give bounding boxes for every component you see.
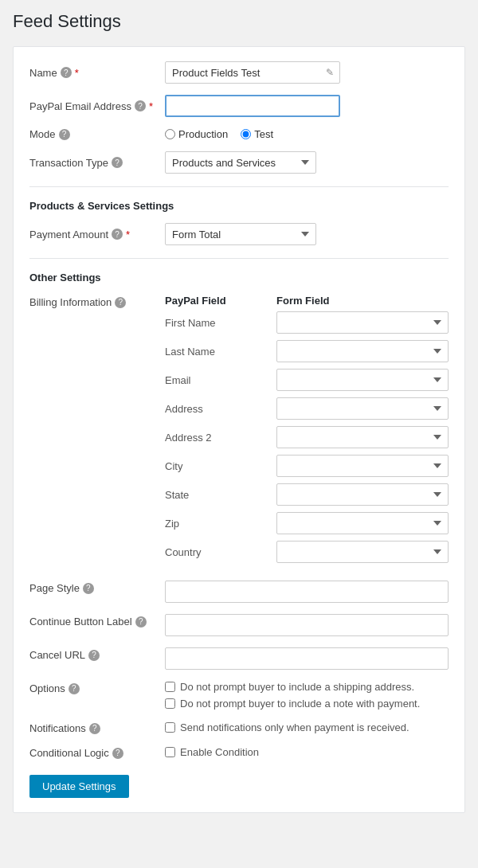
billing-row-address: Address bbox=[165, 397, 449, 420]
options-row: Options ? Do not prompt buyer to include… bbox=[29, 681, 449, 710]
billing-lastname-label: Last Name bbox=[165, 346, 276, 358]
billing-zip-label: Zip bbox=[165, 518, 276, 530]
other-settings-heading: Other Settings bbox=[29, 272, 449, 283]
continue-button-help-icon[interactable]: ? bbox=[135, 616, 147, 628]
billing-info-block: PayPal Field Form Field First Name Last … bbox=[165, 295, 449, 569]
billing-paypal-col-header: PayPal Field bbox=[165, 295, 276, 307]
notifications-row: Notifications ? Send notifications only … bbox=[29, 721, 449, 734]
payment-amount-label: Payment Amount ? * bbox=[29, 229, 165, 240]
billing-row-lastname: Last Name bbox=[165, 340, 449, 362]
billing-email-label: Email bbox=[165, 374, 276, 386]
paypal-email-input[interactable] bbox=[165, 95, 340, 117]
options-help-icon[interactable]: ? bbox=[69, 683, 80, 694]
billing-info-row: Billing Information ? PayPal Field Form … bbox=[29, 295, 449, 569]
billing-zip-select[interactable] bbox=[276, 512, 449, 534]
mode-test-radio[interactable] bbox=[241, 129, 251, 139]
page-style-help-icon[interactable]: ? bbox=[83, 583, 94, 594]
enable-condition-checkbox[interactable] bbox=[165, 747, 175, 757]
page-style-row: Page Style ? bbox=[29, 581, 449, 603]
billing-row-zip: Zip bbox=[165, 512, 449, 534]
billing-email-select[interactable] bbox=[276, 369, 449, 391]
transaction-type-select[interactable]: Products and Services bbox=[165, 151, 316, 174]
cancel-url-label: Cancel URL ? bbox=[29, 647, 165, 661]
update-settings-button[interactable]: Update Settings bbox=[29, 775, 129, 798]
transaction-type-help-icon[interactable]: ? bbox=[112, 157, 123, 168]
billing-row-city: City bbox=[165, 455, 449, 477]
billing-firstname-select[interactable] bbox=[276, 311, 449, 334]
name-label: Name ? * bbox=[29, 67, 165, 79]
options-checkboxes: Do not prompt buyer to include a shippin… bbox=[165, 681, 449, 710]
options-label: Options ? bbox=[29, 681, 165, 694]
billing-row-state: State bbox=[165, 483, 449, 506]
products-services-heading: Products & Services Settings bbox=[29, 200, 449, 212]
conditional-logic-label: Conditional Logic ? bbox=[29, 745, 165, 759]
billing-info-label: Billing Information ? bbox=[29, 295, 165, 308]
notifications-help-icon[interactable]: ? bbox=[89, 723, 100, 734]
conditional-logic-row: Conditional Logic ? Enable Condition bbox=[29, 745, 449, 759]
notifications-checkbox[interactable] bbox=[165, 722, 175, 733]
name-row: Name ? * ✎ bbox=[29, 61, 449, 84]
billing-country-select[interactable] bbox=[276, 541, 449, 563]
cancel-url-row: Cancel URL ? bbox=[29, 647, 449, 670]
billing-info-help-icon[interactable]: ? bbox=[115, 297, 126, 308]
conditional-logic-help-icon[interactable]: ? bbox=[112, 748, 123, 759]
mode-help-icon[interactable]: ? bbox=[59, 129, 70, 140]
option-no-shipping-label[interactable]: Do not prompt buyer to include a shippin… bbox=[165, 681, 449, 693]
mode-test-label[interactable]: Test bbox=[241, 128, 273, 140]
divider-2 bbox=[29, 258, 449, 259]
payment-amount-help-icon[interactable]: ? bbox=[112, 229, 123, 240]
billing-state-label: State bbox=[165, 489, 276, 501]
mode-production-label[interactable]: Production bbox=[165, 128, 228, 140]
edit-icon: ✎ bbox=[326, 67, 334, 78]
mode-row: Mode ? Production Test bbox=[29, 128, 449, 140]
page-title: Feed Settings bbox=[13, 11, 465, 32]
billing-address-select[interactable] bbox=[276, 397, 449, 420]
paypal-email-label: PayPal Email Address ? * bbox=[29, 100, 165, 112]
mode-production-radio[interactable] bbox=[165, 129, 175, 139]
notifications-checkbox-label[interactable]: Send notifications only when payment is … bbox=[165, 721, 449, 733]
billing-city-label: City bbox=[165, 460, 276, 472]
billing-row-address2: Address 2 bbox=[165, 426, 449, 448]
option-no-shipping-checkbox[interactable] bbox=[165, 682, 175, 692]
billing-header: PayPal Field Form Field bbox=[165, 295, 449, 307]
notifications-label: Notifications ? bbox=[29, 721, 165, 734]
paypal-email-row: PayPal Email Address ? * bbox=[29, 95, 449, 117]
transaction-type-row: Transaction Type ? Products and Services bbox=[29, 151, 449, 174]
transaction-type-label: Transaction Type ? bbox=[29, 157, 165, 169]
billing-row-firstname: First Name bbox=[165, 311, 449, 334]
payment-amount-row: Payment Amount ? * Form Total bbox=[29, 223, 449, 245]
billing-row-email: Email bbox=[165, 369, 449, 391]
option-no-note-label[interactable]: Do not prompt buyer to include a note wi… bbox=[165, 698, 449, 710]
payment-amount-select[interactable]: Form Total bbox=[165, 223, 316, 245]
billing-address2-select[interactable] bbox=[276, 426, 449, 448]
billing-lastname-select[interactable] bbox=[276, 340, 449, 362]
divider-1 bbox=[29, 186, 449, 187]
billing-firstname-label: First Name bbox=[165, 317, 276, 329]
enable-condition-label[interactable]: Enable Condition bbox=[165, 746, 449, 758]
billing-state-select[interactable] bbox=[276, 483, 449, 506]
name-help-icon[interactable]: ? bbox=[61, 67, 72, 78]
name-input[interactable] bbox=[165, 61, 340, 84]
feed-settings-card: Name ? * ✎ PayPal Email Address ? * bbox=[13, 46, 465, 813]
billing-row-country: Country bbox=[165, 541, 449, 563]
continue-button-label: Continue Button Label ? bbox=[29, 614, 165, 628]
cancel-url-input[interactable] bbox=[165, 647, 449, 670]
page-style-input[interactable] bbox=[165, 581, 449, 603]
cancel-url-help-icon[interactable]: ? bbox=[88, 650, 100, 661]
continue-button-row: Continue Button Label ? bbox=[29, 614, 449, 636]
option-no-note-checkbox[interactable] bbox=[165, 698, 175, 709]
page-style-label: Page Style ? bbox=[29, 581, 165, 594]
billing-form-col-header: Form Field bbox=[276, 295, 449, 307]
mode-options: Production Test bbox=[165, 128, 449, 140]
name-input-wrapper: ✎ bbox=[165, 61, 340, 84]
billing-address-label: Address bbox=[165, 403, 276, 415]
billing-country-label: Country bbox=[165, 546, 276, 558]
billing-address2-label: Address 2 bbox=[165, 432, 276, 444]
billing-city-select[interactable] bbox=[276, 455, 449, 477]
paypal-email-help-icon[interactable]: ? bbox=[135, 100, 146, 111]
continue-button-input[interactable] bbox=[165, 614, 449, 636]
mode-label: Mode ? bbox=[29, 128, 165, 140]
